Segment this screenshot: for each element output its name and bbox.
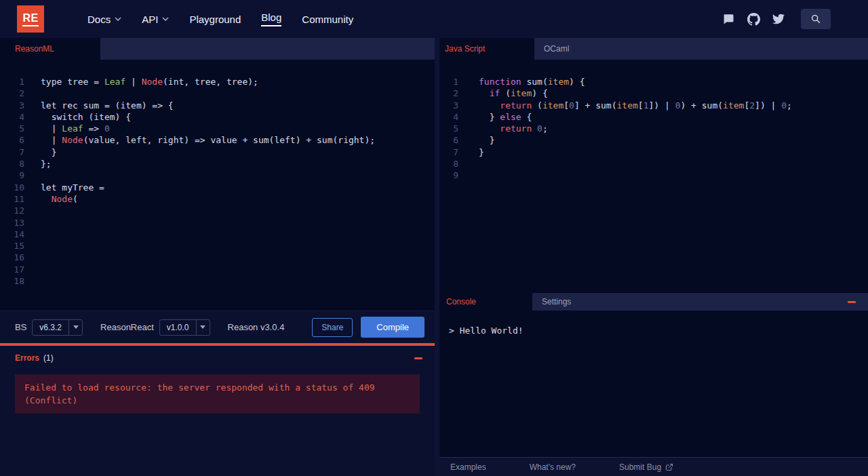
line-number: 13 [0,217,24,229]
line-number: 10 [0,182,24,193]
console-tabbar: Console Settings [439,293,868,311]
line-number: 2 [0,87,24,99]
code-line: 6 } [439,134,868,146]
nav-item-api[interactable]: API [142,14,169,25]
code-line: 2 if (item) { [439,87,868,99]
minus-icon [848,301,856,303]
line-number: 9 [439,170,458,181]
nav-item-docs[interactable]: Docs [87,14,121,25]
code-line: 6 | Node(value, left, right) => value + … [0,134,435,146]
code-text: return (item[0] + sum(item[1]) | 0) + su… [479,100,792,111]
code-text: switch (item) { [41,111,131,123]
compile-button[interactable]: Compile [361,317,425,338]
error-message: Failed to load resource: the server resp… [15,374,420,414]
line-number: 4 [0,111,24,123]
reason-tabbar: ReasonML [0,38,435,60]
code-text: let rec sum = (item) => { [41,100,174,111]
github-icon[interactable] [747,12,760,26]
code-line: 5 | Leaf => 0 [0,123,435,134]
chevron-down-icon [68,320,82,335]
footer-link-examples[interactable]: Examples [450,462,486,472]
footer-link-submit-bug[interactable]: Submit Bug [619,462,673,472]
reason-logo[interactable]: RE [17,5,44,33]
errors-header: Errors (1) [0,346,435,370]
code-line: 8 [439,158,868,170]
code-line: 4 } else { [439,111,868,123]
bs-version-select[interactable]: v6.3.2 [32,319,83,336]
main-area: ReasonML 1type tree = Leaf | Node(int, t… [0,38,868,476]
code-line: 12 [0,205,435,216]
code-line: 7} [439,146,868,158]
line-number: 5 [439,123,458,134]
code-text: } else { [479,111,532,123]
code-text: } [479,134,494,146]
line-number: 16 [0,252,24,263]
code-line: 16 [0,252,435,263]
tab-reasonml[interactable]: ReasonML [0,38,100,60]
line-number: 17 [0,264,24,275]
external-link-icon [665,463,673,471]
code-line: 18 [0,275,435,287]
tab-ocaml[interactable]: OCaml [534,38,578,60]
nav-icons [722,9,831,29]
reason-editor[interactable]: 1type tree = Leaf | Node(int, tree, tree… [0,60,435,311]
discord-icon[interactable] [722,12,735,26]
javascript-output-editor[interactable]: 1function sum(item) {2 if (item) {3 retu… [439,60,868,293]
console-footer: Examples What's new? Submit Bug [439,457,868,476]
search-button[interactable] [801,9,831,29]
line-number: 2 [439,87,458,99]
code-line: 9 [0,170,435,181]
chevron-down-icon [162,17,169,21]
code-line: 5 return 0; [439,123,868,134]
nav-item-community[interactable]: Community [302,14,353,25]
reason-version-label: Reason v3.0.4 [228,322,285,332]
footer-link-whats-new[interactable]: What's new? [530,462,576,472]
line-number: 4 [439,111,458,123]
code-line: 1function sum(item) { [439,76,868,87]
nav-item-blog[interactable]: Blog [261,12,281,26]
console-output: > Hello World! [449,325,868,336]
code-text: }; [41,158,52,170]
output-tabbar: Java Script OCaml [439,38,868,60]
reason-panel: ReasonML 1type tree = Leaf | Node(int, t… [0,38,435,476]
collapse-errors-button[interactable] [413,353,424,363]
reasonreact-label: ReasonReact [100,322,154,332]
line-number: 6 [0,134,24,146]
code-text: type tree = Leaf | Node(int, tree, tree)… [41,76,258,87]
code-line: 7 } [0,146,435,158]
reasonreact-version-select[interactable]: v1.0.0 [159,319,210,336]
panel-divider[interactable] [435,38,439,476]
code-text: } [41,146,56,158]
output-panel: Java Script OCaml 1function sum(item) {2… [439,38,868,476]
line-number: 12 [0,205,24,216]
code-line: 4 switch (item) { [0,111,435,123]
tab-console[interactable]: Console [439,293,532,311]
line-number: 7 [0,146,24,158]
code-line: 13 [0,217,435,229]
logo-text: RE [22,12,38,26]
line-number: 6 [439,134,458,146]
code-line: 9 [439,170,868,181]
line-number: 8 [0,158,24,170]
nav-links: Docs API Playground Blog Community [87,12,353,26]
code-text: if (item) { [479,87,548,99]
code-text: | Node(value, left, right) => value + su… [41,134,375,146]
chevron-down-icon [115,17,121,21]
tab-javascript[interactable]: Java Script [439,38,534,60]
line-number: 11 [0,193,24,205]
line-number: 3 [439,100,458,111]
tab-settings[interactable]: Settings [532,293,580,311]
twitter-icon[interactable] [772,12,785,26]
collapse-console-button[interactable] [846,296,857,307]
code-line: 10let myTree = [0,182,435,193]
nav-item-playground[interactable]: Playground [189,14,241,25]
errors-panel-filler [0,414,435,476]
code-line: 3let rec sum = (item) => { [0,100,435,111]
share-button[interactable]: Share [312,318,353,337]
code-text: | Leaf => 0 [41,123,110,134]
bs-label: BS [15,322,26,332]
code-line: 3 return (item[0] + sum(item[1]) | 0) + … [439,100,868,111]
code-line: 2 [0,87,435,99]
line-number: 8 [439,158,458,170]
code-text: return 0; [479,123,548,134]
